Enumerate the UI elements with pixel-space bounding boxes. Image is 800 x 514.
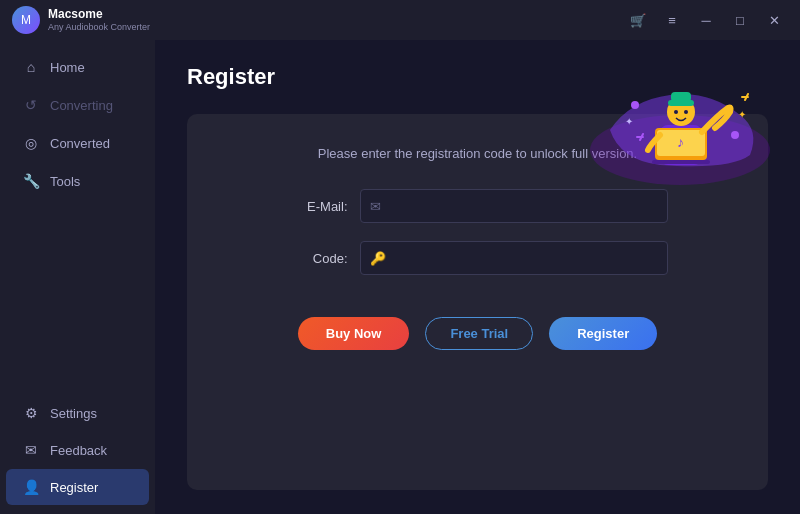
- svg-text:♪: ♪: [677, 134, 684, 150]
- titlebar-left: M Macsome Any Audiobook Converter: [12, 6, 150, 34]
- svg-point-9: [674, 110, 678, 114]
- feedback-icon: ✉: [22, 442, 40, 458]
- email-form-group: E-Mail: ✉: [288, 189, 668, 223]
- sidebar-item-home[interactable]: ⌂ Home: [6, 49, 149, 85]
- converting-icon: ↺: [22, 97, 40, 113]
- illustration: ♪: [580, 50, 780, 190]
- titlebar: M Macsome Any Audiobook Converter 🛒 ≡ ─ …: [0, 0, 800, 40]
- free-trial-button[interactable]: Free Trial: [425, 317, 533, 350]
- email-label: E-Mail:: [288, 199, 348, 214]
- sidebar-item-label: Register: [50, 480, 98, 495]
- sidebar-item-label: Tools: [50, 174, 80, 189]
- cart-button[interactable]: 🛒: [624, 9, 652, 31]
- button-row: Buy Now Free Trial Register: [298, 317, 657, 350]
- sidebar-item-label: Settings: [50, 406, 97, 421]
- svg-point-11: [631, 101, 639, 109]
- converted-icon: ◎: [22, 135, 40, 151]
- email-input[interactable]: [360, 189, 668, 223]
- close-button[interactable]: ✕: [760, 9, 788, 31]
- sidebar-bottom: ⚙ Settings ✉ Feedback 👤 Register: [0, 394, 155, 514]
- sidebar-item-label: Converted: [50, 136, 110, 151]
- app-subtitle: Any Audiobook Converter: [48, 22, 150, 33]
- maximize-button[interactable]: □: [726, 9, 754, 31]
- titlebar-right: 🛒 ≡ ─ □ ✕: [624, 9, 788, 31]
- register-page: Register ♪: [155, 40, 800, 514]
- home-icon: ⌂: [22, 59, 40, 75]
- buy-now-button[interactable]: Buy Now: [298, 317, 410, 350]
- svg-rect-5: [652, 160, 710, 164]
- sidebar-item-tools[interactable]: 🔧 Tools: [6, 163, 149, 199]
- main-layout: ⌂ Home ↺ Converting ◎ Converted 🔧 Tools …: [0, 40, 800, 514]
- sidebar: ⌂ Home ↺ Converting ◎ Converted 🔧 Tools …: [0, 40, 155, 514]
- tools-icon: 🔧: [22, 173, 40, 189]
- sidebar-item-converting: ↺ Converting: [6, 87, 149, 123]
- app-name-block: Macsome Any Audiobook Converter: [48, 7, 150, 32]
- svg-point-10: [684, 110, 688, 114]
- sidebar-item-label: Home: [50, 60, 85, 75]
- sidebar-item-label: Feedback: [50, 443, 107, 458]
- register-button[interactable]: Register: [549, 317, 657, 350]
- settings-icon: ⚙: [22, 405, 40, 421]
- content-area: Register ♪: [155, 40, 800, 514]
- svg-rect-8: [671, 92, 691, 102]
- minimize-button[interactable]: ─: [692, 9, 720, 31]
- app-name: Macsome: [48, 7, 150, 21]
- email-input-wrapper: ✉: [360, 189, 668, 223]
- sidebar-item-converted[interactable]: ◎ Converted: [6, 125, 149, 161]
- register-icon: 👤: [22, 479, 40, 495]
- app-icon: M: [12, 6, 40, 34]
- sidebar-item-feedback[interactable]: ✉ Feedback: [6, 432, 149, 468]
- menu-button[interactable]: ≡: [658, 9, 686, 31]
- code-form-group: Code: 🔑: [288, 241, 668, 275]
- sidebar-item-label: Converting: [50, 98, 113, 113]
- sidebar-item-register[interactable]: 👤 Register: [6, 469, 149, 505]
- svg-point-12: [731, 131, 739, 139]
- svg-text:✦: ✦: [625, 116, 633, 127]
- code-input-wrapper: 🔑: [360, 241, 668, 275]
- code-input[interactable]: [360, 241, 668, 275]
- svg-text:✦: ✦: [738, 109, 746, 120]
- sidebar-item-settings[interactable]: ⚙ Settings: [6, 395, 149, 431]
- code-label: Code:: [288, 251, 348, 266]
